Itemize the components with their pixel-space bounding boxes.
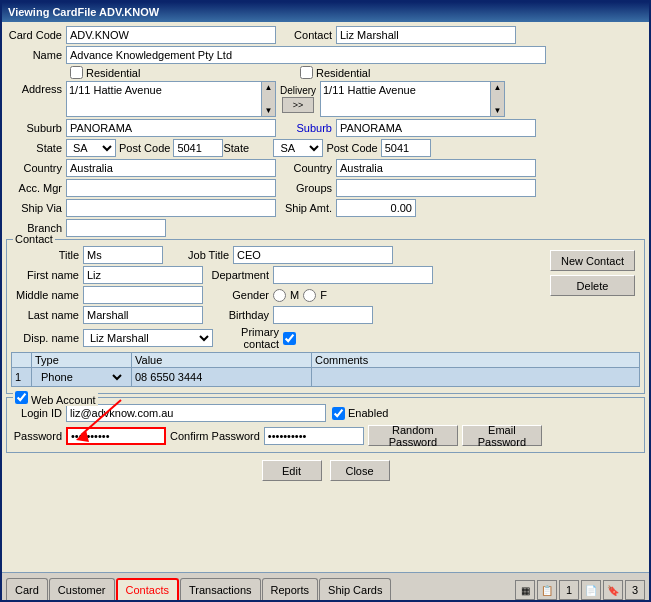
- new-contact-button[interactable]: New Contact: [550, 250, 635, 271]
- state-select[interactable]: SA: [66, 139, 116, 157]
- shipvia-input[interactable]: [66, 199, 276, 217]
- gender-label: Gender: [203, 289, 273, 301]
- delivery-textarea[interactable]: 1/11 Hattie Avenue: [320, 81, 491, 117]
- gender-m-radio[interactable]: [273, 289, 286, 302]
- random-password-button[interactable]: Random Password: [368, 425, 458, 446]
- gender-options: M F: [273, 289, 327, 302]
- postcode-label: Post Code: [116, 142, 173, 154]
- confirm-password-input[interactable]: [264, 427, 364, 445]
- phone-type-select[interactable]: Phone: [35, 369, 125, 385]
- tab-icon-doc1[interactable]: 📋: [537, 580, 557, 600]
- cardcode-input[interactable]: [66, 26, 276, 44]
- delete-button[interactable]: Delete: [550, 275, 635, 296]
- contact-left-fields: Title Job Title First name Department: [11, 246, 546, 352]
- gender-m-label: M: [290, 289, 299, 301]
- delivery-label: Delivery: [280, 85, 316, 96]
- middlename-row: Middle name Gender M F: [11, 286, 546, 304]
- birthday-input[interactable]: [273, 306, 373, 324]
- delivery-copy-btn[interactable]: >>: [282, 97, 314, 113]
- residential-label: Residential: [86, 67, 140, 79]
- state-delivery-label: State: [223, 142, 243, 154]
- enabled-checkbox[interactable]: [332, 407, 345, 420]
- address-label: Address: [6, 83, 66, 95]
- country-input[interactable]: [66, 159, 276, 177]
- close-button[interactable]: Close: [330, 460, 390, 481]
- gender-f-label: F: [320, 289, 327, 301]
- web-account-checkbox[interactable]: [15, 391, 28, 404]
- middlename-input[interactable]: [83, 286, 203, 304]
- suburb-delivery-input[interactable]: [336, 119, 536, 137]
- postcode-delivery-input[interactable]: [381, 139, 431, 157]
- shipamt-input[interactable]: [336, 199, 416, 217]
- tab-customer[interactable]: Customer: [49, 578, 115, 600]
- name-input[interactable]: [66, 46, 546, 64]
- tab-icon-grid[interactable]: ▦: [515, 580, 535, 600]
- tab-icon-num3[interactable]: 3: [625, 580, 645, 600]
- main-window: Viewing CardFile ADV.KNOW Card Code Cont…: [0, 0, 651, 602]
- shipvia-row: Ship Via Ship Amt.: [6, 199, 645, 217]
- contact-input[interactable]: [336, 26, 516, 44]
- title-label: Title: [11, 249, 83, 261]
- tab-bar: Card Customer Contacts Transactions Repo…: [2, 572, 649, 600]
- state-delivery-select[interactable]: SA: [273, 139, 323, 157]
- middlename-label: Middle name: [11, 289, 83, 301]
- cardcode-row: Card Code Contact: [6, 26, 645, 44]
- primarycontact-checkbox[interactable]: [283, 332, 296, 345]
- tab-contacts[interactable]: Contacts: [116, 578, 179, 600]
- title-input[interactable]: [83, 246, 163, 264]
- accmgr-label: Acc. Mgr: [6, 182, 66, 194]
- postcode-input[interactable]: [173, 139, 223, 157]
- jobtitle-label: Job Title: [163, 249, 233, 261]
- tab-card[interactable]: Card: [6, 578, 48, 600]
- tab-icon-bookmark[interactable]: 🔖: [603, 580, 623, 600]
- title-bar: Viewing CardFile ADV.KNOW: [2, 2, 649, 22]
- enabled-container: Enabled: [326, 407, 394, 420]
- state-label: State: [6, 142, 66, 154]
- phone-table: Type Value Comments 1 Phone 08 6550 3444: [11, 352, 640, 387]
- contact-section-label: Contact: [13, 233, 55, 245]
- dispname-select[interactable]: Liz Marshall: [83, 329, 213, 347]
- groups-input[interactable]: [336, 179, 536, 197]
- edit-button[interactable]: Edit: [262, 460, 322, 481]
- title-row: Title Job Title: [11, 246, 546, 264]
- contact-buttons: New Contact Delete: [550, 246, 640, 352]
- address-textarea[interactable]: 1/11 Hattie Avenue: [66, 81, 262, 117]
- table-row[interactable]: 1 Phone 08 6550 3444: [12, 368, 640, 387]
- suburb-label: Suburb: [6, 122, 66, 134]
- residential-checkbox[interactable]: [70, 66, 83, 79]
- email-password-button[interactable]: Email Password: [462, 425, 542, 446]
- tab-icon-doc2[interactable]: 📄: [581, 580, 601, 600]
- accmgr-row: Acc. Mgr Groups: [6, 179, 645, 197]
- residential-delivery-checkbox[interactable]: [300, 66, 313, 79]
- phone-row-num: 1: [12, 368, 32, 387]
- name-row: Name: [6, 46, 645, 64]
- department-input[interactable]: [273, 266, 433, 284]
- tab-ship-cards[interactable]: Ship Cards: [319, 578, 391, 600]
- lastname-input[interactable]: [83, 306, 203, 324]
- confirm-password-label: Confirm Password: [166, 430, 264, 442]
- tab-reports[interactable]: Reports: [262, 578, 319, 600]
- branch-input[interactable]: [66, 219, 166, 237]
- suburb-input[interactable]: [66, 119, 276, 137]
- gender-f-radio[interactable]: [303, 289, 316, 302]
- country-delivery-input[interactable]: [336, 159, 536, 177]
- firstname-label: First name: [11, 269, 83, 281]
- content-area: Card Code Contact Name Residential Resid…: [2, 22, 649, 572]
- residential-delivery-label: Residential: [316, 67, 370, 79]
- firstname-input[interactable]: [83, 266, 203, 284]
- firstname-row: First name Department: [11, 266, 546, 284]
- department-label: Department: [203, 269, 273, 281]
- jobtitle-input[interactable]: [233, 246, 393, 264]
- tab-transactions[interactable]: Transactions: [180, 578, 261, 600]
- shipvia-label: Ship Via: [6, 202, 66, 214]
- postcode-delivery-label: Post Code: [323, 142, 380, 154]
- cardcode-label: Card Code: [6, 29, 66, 41]
- phone-row-value: 08 6550 3444: [132, 368, 312, 387]
- primarycontact-label: Primary contact: [213, 326, 283, 350]
- accmgr-input[interactable]: [66, 179, 276, 197]
- name-label: Name: [6, 49, 66, 61]
- groups-label: Groups: [276, 182, 336, 194]
- tab-icon-num1[interactable]: 1: [559, 580, 579, 600]
- state-row: State SA Post Code State SA Post Code: [6, 139, 645, 157]
- phone-row-type: Phone: [32, 368, 132, 387]
